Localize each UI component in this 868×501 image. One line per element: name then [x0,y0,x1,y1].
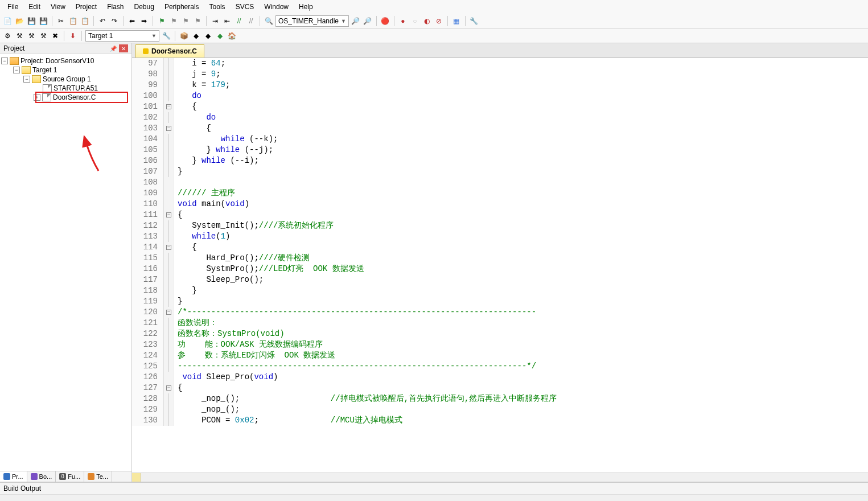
new-file-icon[interactable]: 📄 [2,16,13,26]
expand-icon[interactable]: − [13,67,20,73]
code-line[interactable]: 122函数名称：SystmPro(void) [132,328,868,339]
breakpoint-kill-icon[interactable]: ⊘ [434,16,444,26]
window-layout-icon[interactable]: ▦ [451,16,462,26]
indent-icon[interactable]: ⇥ [210,16,220,26]
code-line[interactable]: 102 do [132,112,868,123]
tab-functions[interactable]: {}Fu... [56,471,84,482]
code-line[interactable]: 106 } while (--i); [132,155,868,166]
code-line[interactable]: 97 i = 64; [132,58,868,69]
select-packs-icon[interactable]: ◆ [191,31,201,41]
bookmark-icon[interactable]: ⚑ [157,16,167,26]
code-line[interactable]: 120−/*----------------------------------… [132,307,868,318]
code-line[interactable]: 101− { [132,101,868,112]
code-line[interactable]: 100 do [132,91,868,101]
code-line[interactable]: 116 SystmPro();///LED灯亮 OOK 数据发送 [132,264,868,274]
outdent-icon[interactable]: ⇤ [222,16,232,26]
editor-scrollbar[interactable] [132,473,868,482]
tab-templates[interactable]: Te... [84,471,112,482]
menu-view[interactable]: View [46,1,71,13]
manage-multi-icon[interactable]: 🏠 [227,31,237,41]
bookmark-clear-icon[interactable]: ⚑ [192,16,203,26]
copy-icon[interactable]: 📋 [68,16,78,26]
menu-project[interactable]: Project [71,1,102,13]
close-icon[interactable]: ✕ [119,44,128,52]
code-line[interactable]: 98 j = 9; [132,69,868,80]
breakpoint-insert-icon[interactable]: ● [398,16,408,26]
pack-installer-icon[interactable]: ◆ [203,31,213,41]
code-line[interactable]: 130 PCON = 0x02; //MCU进入掉电模式 [132,415,868,426]
code-line[interactable]: 111−{ [132,210,868,220]
build-icon[interactable]: ⚒ [14,31,24,41]
tab-project[interactable]: Pr... [0,471,27,482]
code-line[interactable]: 124参 数：系统LED灯闪烁 OOK 数据发送 [132,350,868,361]
code-line[interactable]: 104 while (--k); [132,134,868,145]
download-icon[interactable]: ⬇ [68,31,78,41]
tree-group[interactable]: − Source Group 1 [1,75,130,84]
code-line[interactable]: 110void main(void) [132,199,868,210]
configure-icon[interactable]: 🔧 [469,16,479,26]
redo-icon[interactable]: ↷ [109,16,120,26]
menu-flash[interactable]: Flash [102,1,129,13]
find-icon[interactable]: 🔍 [264,16,274,26]
cut-icon[interactable]: ✂ [56,16,66,26]
undo-icon[interactable]: ↶ [97,16,108,26]
tree-target[interactable]: − Target 1 [1,65,130,75]
code-line[interactable]: 109////// 主程序 [132,188,868,199]
pin-icon[interactable]: 📌 [109,44,118,52]
tab-books[interactable]: Bo... [27,471,56,482]
nav-fwd-icon[interactable]: ➡ [139,16,149,26]
code-line[interactable]: 103− { [132,123,868,134]
tree-file-doorsensor[interactable]: + DoorSensor.C [1,93,130,102]
code-line[interactable]: 123功 能：OOK/ASK 无线数据编码程序 [132,339,868,350]
project-tree[interactable]: − Project: DoorSensorV10 − Target 1 − So… [0,54,131,471]
code-line[interactable]: 108 [132,177,868,188]
bookmark-prev-icon[interactable]: ⚑ [168,16,179,26]
code-editor[interactable]: 97 i = 64;98 j = 9;99 k = 179;100 do101−… [132,58,868,473]
editor-tab-doorsensor[interactable]: DoorSensor.C [135,44,204,58]
save-icon[interactable]: 💾 [26,16,36,26]
batch-build-icon[interactable]: ⚒ [38,31,48,41]
expand-icon[interactable]: − [23,76,30,83]
uncomment-icon[interactable]: // [246,16,256,26]
nav-back-icon[interactable]: ⬅ [127,16,137,26]
manage-project-icon[interactable]: 📦 [179,31,189,41]
code-line[interactable]: 112 System_Init();////系统初始化程序 [132,220,868,231]
code-line[interactable]: 129 _nop_(); [132,404,868,415]
incremental-find-icon[interactable]: 🔎 [363,16,373,26]
menu-edit[interactable]: Edit [23,1,46,13]
menu-debug[interactable]: Debug [129,1,159,13]
code-line[interactable]: 118 } [132,285,868,296]
target-options-icon[interactable]: 🔧 [161,31,171,41]
goto-icon[interactable]: 🔎 [351,16,361,26]
code-line[interactable]: 127−{ [132,383,868,393]
save-all-icon[interactable]: 💾 [38,16,48,26]
breakpoint-enable-icon[interactable]: ○ [410,16,420,26]
rte-icon[interactable]: ◆ [215,31,225,41]
tree-file-startup[interactable]: STARTUP.A51 [1,84,130,93]
translate-icon[interactable]: ⚙ [2,31,13,41]
stop-build-icon[interactable]: ✖ [50,31,60,41]
debug-icon[interactable]: 🔴 [380,16,390,26]
tree-root[interactable]: − Project: DoorSensorV10 [1,56,130,65]
code-line[interactable]: 117 Sleep_Pro(); [132,274,868,285]
code-line[interactable]: 121函数说明： [132,318,868,328]
comment-icon[interactable]: // [234,16,244,26]
menu-peripherals[interactable]: Peripherals [159,1,204,13]
code-line[interactable]: 126 void Sleep_Pro(void) [132,372,868,383]
code-line[interactable]: 115 Hard_Pro();////硬件检测 [132,253,868,264]
code-line[interactable]: 119} [132,296,868,307]
menu-file[interactable]: File [2,1,23,13]
expand-icon[interactable]: + [34,94,40,101]
menu-svcs[interactable]: SVCS [231,1,260,13]
code-line[interactable]: 128 _nop_(); //掉电模式被唤醒后,首先执行此语句,然后再进入中断服… [132,393,868,404]
breakpoint-disable-icon[interactable]: ◐ [422,16,432,26]
menu-help[interactable]: Help [294,1,318,13]
menu-tools[interactable]: Tools [204,1,231,13]
rebuild-icon[interactable]: ⚒ [26,31,36,41]
code-line[interactable]: 107} [132,166,868,177]
paste-icon[interactable]: 📋 [80,16,90,26]
open-icon[interactable]: 📂 [14,16,24,26]
bookmark-next-icon[interactable]: ⚑ [180,16,191,26]
code-line[interactable]: 99 k = 179; [132,80,868,91]
code-line[interactable]: 114− { [132,242,868,253]
